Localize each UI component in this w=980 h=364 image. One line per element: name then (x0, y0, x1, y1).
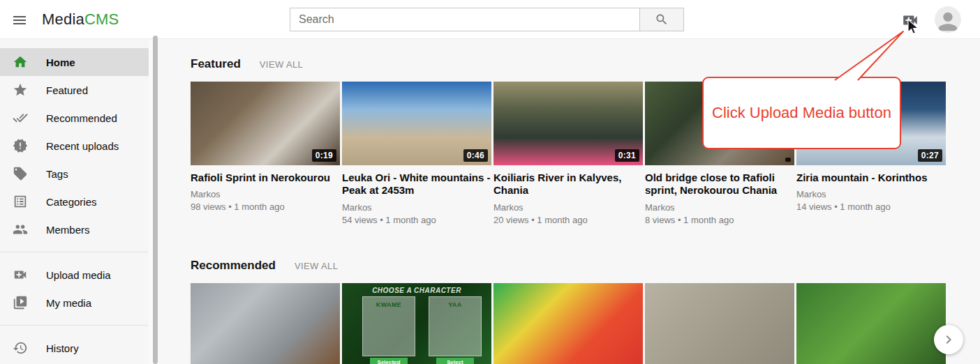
home-icon (13, 54, 28, 70)
duration-badge: 0:46 (463, 149, 488, 162)
my-media-icon (13, 295, 28, 310)
sidebar-item-members[interactable]: Members (0, 215, 149, 243)
chevron-right-icon (940, 331, 957, 348)
media-author[interactable]: Markos (493, 202, 643, 213)
sidebar-nav: Home Featured Recommended Recent uploads… (0, 40, 149, 364)
annotation-callout: Click Upload Media button (702, 77, 901, 149)
search-button[interactable] (639, 8, 684, 31)
game-left-button: Selected (370, 358, 408, 364)
game-left-name: KWAME (376, 301, 402, 308)
duration-badge: 0:31 (615, 149, 639, 162)
sidebar-item-tags[interactable]: Tags (0, 160, 149, 188)
game-right-button: Select (436, 358, 474, 364)
hamburger-menu-icon (11, 12, 28, 29)
media-title[interactable]: Koiliaris River in Kalyves, Chania (493, 172, 643, 197)
sidebar-item-upload-media[interactable]: Upload media (0, 261, 149, 289)
mouse-cursor (906, 19, 921, 37)
media-title[interactable]: Ziria mountain - Korinthos (796, 172, 946, 184)
media-meta: 14 views • 1 month ago (796, 202, 946, 212)
carousel-next-button[interactable] (934, 325, 963, 354)
media-thumbnail-desert-mountains-blue-sky[interactable]: 0:46 (342, 82, 491, 165)
media-title[interactable]: Leuka Ori - White mountains - Peak at 24… (342, 172, 491, 197)
view-all-featured-link[interactable]: VIEW ALL (260, 59, 303, 70)
logo[interactable]: MediaCMS (42, 0, 119, 39)
game-right-panel: YAA (429, 296, 482, 356)
annotation-callout-text: Click Upload Media button (712, 104, 891, 122)
recommended-cards-row: CHOOSE A CHARACTER KWAME YAA Selected Se… (191, 283, 980, 364)
section-title-featured: Featured (191, 57, 241, 71)
duration-badge: 0:19 (312, 149, 336, 162)
sidebar-item-recent-uploads[interactable]: Recent uploads (0, 132, 149, 160)
history-icon (13, 340, 28, 356)
new-releases-icon (13, 138, 28, 153)
media-meta: 8 views • 1 month ago (645, 215, 794, 225)
media-card: CHOOSE A CHARACTER KWAME YAA Selected Se… (342, 283, 491, 364)
sidebar-item-history[interactable]: History (0, 334, 149, 362)
media-author[interactable]: Markos (796, 189, 946, 199)
media-meta: 98 views • 1 month ago (191, 202, 340, 212)
media-thumbnail-pink-kayak-river-reeds[interactable]: 0:31 (493, 82, 643, 165)
upload-media-icon (13, 267, 28, 282)
members-icon (13, 222, 28, 237)
media-thumbnail-game-character-select-screen[interactable]: CHOOSE A CHARACTER KWAME YAA Selected Se… (342, 283, 491, 364)
duration-badge: 0:27 (918, 149, 942, 162)
sidebar-item-featured[interactable]: Featured (0, 76, 149, 104)
media-card (645, 283, 794, 364)
media-meta: 20 views • 1 month ago (493, 215, 643, 225)
media-thumbnail-pumpkin-craft-stone-wall[interactable] (191, 283, 340, 364)
game-overlay-title: CHOOSE A CHARACTER (342, 287, 491, 294)
media-card (191, 283, 340, 364)
search-icon (655, 13, 669, 26)
image-type-badge (785, 158, 791, 162)
game-left-panel: KWAME (362, 296, 415, 356)
media-card: 0:46 Leuka Ori - White mountains - Peak … (342, 82, 491, 225)
media-author[interactable]: Markos (342, 202, 491, 213)
star-icon (13, 82, 28, 98)
user-avatar[interactable] (935, 6, 961, 33)
search-form (290, 8, 684, 31)
media-author[interactable]: Markos (191, 189, 340, 199)
sidebar-divider (0, 252, 149, 252)
sidebar-item-categories[interactable]: Categories (0, 188, 149, 215)
media-meta: 54 views • 1 month ago (342, 215, 491, 225)
sidebar-item-recommended[interactable]: Recommended (0, 104, 149, 132)
hamburger-menu-button[interactable] (10, 10, 29, 30)
media-thumbnail-stone-arch-waterfall[interactable]: 0:19 (191, 82, 340, 165)
logo-cms-text: CMS (84, 10, 119, 28)
media-card (493, 283, 643, 364)
view-all-recommended-link[interactable]: VIEW ALL (295, 261, 338, 271)
media-title[interactable]: Rafioli Sprint in Nerokourou (191, 172, 340, 184)
sidebar-item-my-media[interactable]: My media (0, 289, 149, 317)
sidebar-divider (0, 325, 149, 326)
media-card: 0:19 Rafioli Sprint in Nerokourou Markos… (191, 82, 340, 225)
logo-media-text: Media (42, 10, 84, 28)
sidebar-item-home[interactable]: Home (0, 48, 149, 76)
section-title-recommended: Recommended (191, 259, 276, 273)
media-card (796, 283, 946, 364)
media-card: 0:31 Koiliaris River in Kalyves, Chania … (493, 82, 643, 225)
sidebar-scrollbar-thumb[interactable] (153, 36, 158, 364)
categories-icon (13, 194, 28, 209)
search-input[interactable] (290, 8, 639, 31)
tag-icon (13, 166, 28, 181)
media-thumbnail-colorful-abstract-blur[interactable] (493, 283, 643, 364)
media-title[interactable]: Old bridge close to Rafioli sprint, Nero… (645, 172, 794, 197)
callout-arrow (831, 29, 909, 81)
media-thumbnail-green-leaves-closeup[interactable] (796, 283, 946, 364)
done-all-icon (13, 110, 28, 126)
media-thumbnail-mountain-scree-slope[interactable] (645, 283, 794, 364)
user-avatar-icon (935, 8, 961, 33)
recommended-section: Recommended VIEW ALL CHOOSE A CHARACTER … (158, 259, 980, 364)
game-right-name: YAA (448, 301, 461, 308)
media-author[interactable]: Markos (645, 202, 794, 213)
